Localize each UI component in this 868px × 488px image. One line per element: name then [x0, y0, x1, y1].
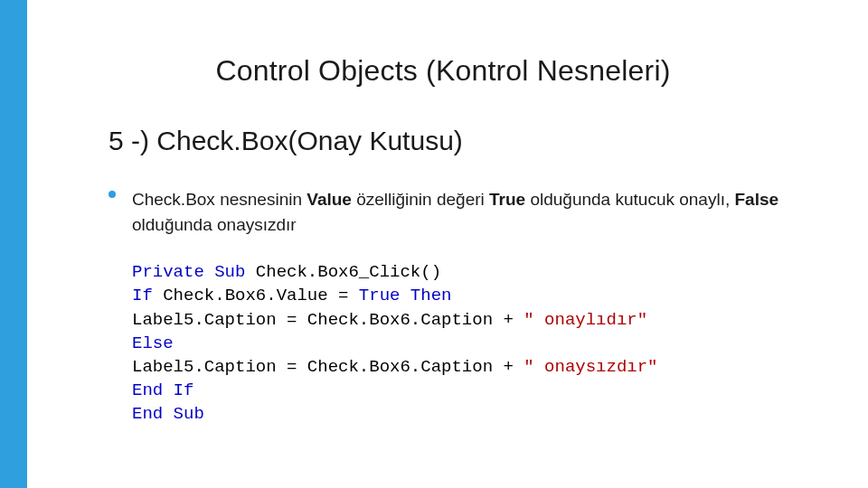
bullet-bold: Value: [307, 190, 352, 209]
code-text: Check.Box6.Value =: [153, 286, 359, 305]
code-block: Private Sub Check.Box6_Click() If Check.…: [132, 260, 832, 427]
code-string: " onaysızdır": [524, 357, 657, 377]
bullet-dot-icon: [108, 191, 116, 198]
code-keyword: End Sub: [132, 404, 204, 424]
slide-content: Control Objects (Kontrol Nesneleri) 5 -)…: [27, 0, 868, 488]
code-text: Check.Box6_Click(): [245, 262, 441, 282]
bullet-text: Check.Box nesnesinin Value özelliğinin d…: [132, 187, 832, 237]
code-keyword: Private Sub: [132, 262, 245, 282]
code-text: Label5.Caption = Check.Box6.Caption +: [132, 357, 524, 377]
code-keyword: Then: [400, 286, 451, 305]
code-keyword: Else: [132, 333, 174, 353]
accent-bar: [0, 0, 27, 488]
bullet-bold: True: [489, 190, 525, 209]
code-keyword: True: [359, 286, 401, 305]
bullet-item: Check.Box nesnesinin Value özelliğinin d…: [108, 187, 832, 237]
slide-title: Control Objects (Kontrol Nesneleri): [54, 54, 832, 88]
bullet-part: Check.Box nesnesinin: [132, 190, 307, 209]
code-text: Label5.Caption = Check.Box6.Caption +: [132, 310, 524, 330]
bullet-part: olduğunda kutucuk onaylı,: [525, 190, 734, 209]
bullet-part: özelliğinin değeri: [352, 190, 489, 209]
code-keyword: End If: [132, 380, 193, 400]
code-string: " onaylıdır": [524, 310, 647, 330]
bullet-bold: False: [735, 190, 779, 209]
code-keyword: If: [132, 286, 153, 305]
slide-subtitle: 5 -) Check.Box(Onay Kutusu): [108, 126, 832, 156]
bullet-part: olduğunda onaysızdır: [132, 215, 297, 234]
